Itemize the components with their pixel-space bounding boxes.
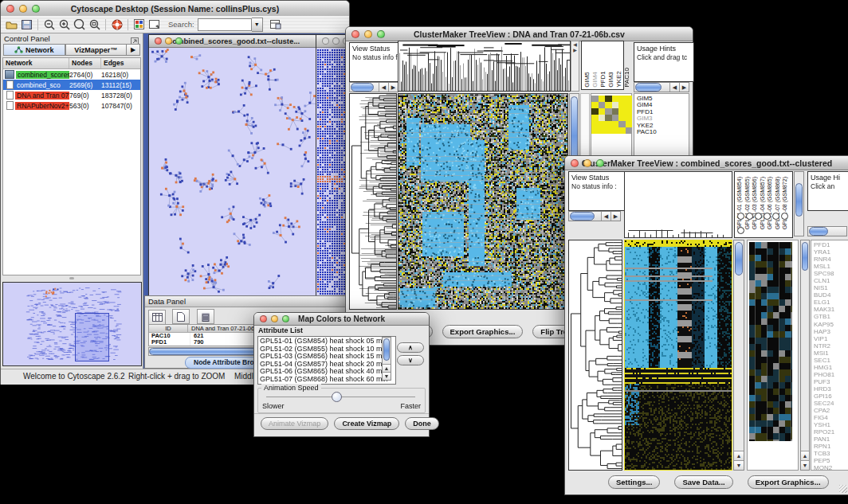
gene-label[interactable]: YSH1 bbox=[814, 421, 834, 428]
gene-label[interactable]: RPN1 bbox=[814, 443, 834, 450]
tv2-column-dendrogram[interactable] bbox=[624, 171, 732, 238]
zoom-window-icon[interactable] bbox=[596, 159, 604, 167]
zoom-window-icon[interactable] bbox=[282, 315, 289, 322]
column-label[interactable]: PFD1 bbox=[600, 68, 607, 88]
move-down-button[interactable]: ∨ bbox=[397, 355, 424, 365]
close-icon[interactable] bbox=[351, 30, 359, 38]
column-marker-icon[interactable] bbox=[746, 213, 753, 220]
zoom-fit-icon[interactable] bbox=[88, 18, 101, 31]
window-controls[interactable] bbox=[351, 30, 385, 38]
gene-label[interactable]: HRD3 bbox=[814, 385, 834, 393]
tv2-hints-scrollbar[interactable] bbox=[807, 226, 847, 236]
scroll-up-icon[interactable]: ▲ bbox=[383, 364, 391, 372]
list-item[interactable]: GPL51-07 (GSM868) heat shock 60 min bbox=[260, 376, 394, 384]
minimize-icon[interactable] bbox=[19, 5, 27, 13]
tv2-heatmap-vscrollbar[interactable]: ▲ ▼ bbox=[733, 240, 744, 471]
select-attributes-icon[interactable] bbox=[148, 310, 166, 325]
minimize-icon[interactable] bbox=[165, 37, 172, 45]
scroll-thumb[interactable] bbox=[802, 242, 808, 271]
gene-label[interactable]: GPI16 bbox=[814, 393, 834, 400]
gene-label[interactable]: VIP1 bbox=[814, 335, 834, 342]
gene-label[interactable]: NTR2 bbox=[814, 342, 834, 350]
scroll-left-icon[interactable]: ◀ bbox=[601, 212, 610, 221]
gene-label[interactable]: PEP5 bbox=[814, 457, 834, 464]
gene-label[interactable]: HAP3 bbox=[814, 328, 834, 335]
tv2-labels-vscrollbar[interactable] bbox=[794, 171, 804, 236]
scroll-right-icon[interactable]: ▶ bbox=[679, 83, 689, 92]
dialog-titlebar[interactable]: Map Colors to Network bbox=[254, 313, 429, 326]
help-lifebuoy-icon[interactable] bbox=[110, 18, 124, 31]
open-file-icon[interactable] bbox=[5, 18, 18, 31]
table-row[interactable]: combined_sco 2569(6) 13112(15) bbox=[3, 80, 140, 90]
gene-label[interactable]: PAN1 bbox=[814, 436, 834, 443]
column-label[interactable]: YKE2 bbox=[616, 68, 622, 88]
gene-label[interactable]: MSI1 bbox=[814, 350, 834, 357]
tv2-row-dendrogram[interactable] bbox=[568, 240, 622, 471]
minimize-icon[interactable] bbox=[332, 37, 340, 45]
resize-grip[interactable] bbox=[839, 485, 847, 493]
gene-label[interactable]: FIG4 bbox=[814, 414, 834, 421]
delete-attribute-icon[interactable] bbox=[197, 309, 214, 324]
column-label[interactable]: GIM3 bbox=[608, 68, 614, 88]
column-label[interactable]: GIM5 bbox=[584, 68, 591, 88]
network-table-header[interactable]: Network Nodes Edges bbox=[3, 58, 140, 69]
scroll-down-icon[interactable]: ▼ bbox=[383, 372, 391, 380]
dialog-button[interactable]: Done bbox=[405, 417, 439, 430]
zoom-out-icon[interactable] bbox=[42, 18, 56, 31]
scroll-right-icon[interactable]: ▶ bbox=[388, 83, 398, 92]
minimize-icon[interactable] bbox=[364, 30, 372, 38]
tv2-zoom-vscrollbar[interactable]: ▲ ▼ bbox=[800, 240, 810, 471]
close-icon[interactable] bbox=[571, 159, 579, 167]
column-marker-icon[interactable] bbox=[737, 213, 744, 220]
scroll-thumb[interactable] bbox=[383, 338, 390, 361]
gene-label[interactable]: HMG1 bbox=[814, 364, 834, 371]
scroll-up-icon[interactable]: ▲ bbox=[801, 451, 809, 460]
gene-label[interactable]: YRA1 bbox=[814, 248, 834, 256]
column-label[interactable]: PAC10 bbox=[624, 68, 630, 88]
similarity-matrix[interactable] bbox=[591, 96, 632, 134]
table-row[interactable]: DNA and Tran 07 769(0) 183728(0) bbox=[3, 90, 140, 100]
column-marker-icon[interactable] bbox=[764, 213, 771, 220]
gene-label[interactable]: BUD4 bbox=[814, 291, 834, 299]
scroll-thumb[interactable] bbox=[635, 83, 662, 92]
tv1-corner-scroll[interactable]: ◀▶ bbox=[571, 41, 579, 92]
tv1-titlebar[interactable]: ClusterMaker TreeView : DNA and Tran 07-… bbox=[346, 27, 693, 41]
dialog-button[interactable]: Create Vizmap bbox=[334, 417, 399, 430]
gene-label[interactable]: NIS1 bbox=[814, 284, 834, 291]
gene-label[interactable]: SEC24 bbox=[814, 400, 834, 407]
column-marker-icon[interactable] bbox=[755, 213, 762, 220]
gene-label[interactable]: RNR4 bbox=[814, 256, 834, 263]
treeview-button[interactable]: Save Data... bbox=[674, 475, 732, 489]
scroll-down-icon[interactable]: ▼ bbox=[734, 460, 744, 470]
tabs-overflow-icon[interactable]: ▶ bbox=[127, 44, 140, 56]
scroll-thumb[interactable] bbox=[735, 242, 743, 275]
gene-label[interactable]: RPO21 bbox=[814, 428, 834, 436]
save-icon[interactable] bbox=[20, 18, 33, 31]
annotation-icon[interactable] bbox=[147, 18, 161, 31]
import-table-icon[interactable] bbox=[269, 18, 283, 31]
zoom-window-icon[interactable] bbox=[32, 5, 40, 13]
scroll-down-icon[interactable]: ▼ bbox=[801, 460, 809, 470]
scroll-left-icon[interactable]: ◀ bbox=[379, 83, 388, 92]
network-view-2-titlebar[interactable] bbox=[316, 35, 349, 48]
tv2-titlebar[interactable]: ClusterMaker TreeView : combined_scores_… bbox=[565, 156, 848, 170]
zoom-selected-icon[interactable] bbox=[73, 18, 86, 31]
scroll-up-icon[interactable]: ▲ bbox=[734, 451, 744, 460]
network-view-titlebar[interactable]: combined_scores_good.txt--cluste... bbox=[149, 35, 319, 48]
scroll-thumb[interactable] bbox=[795, 183, 803, 217]
tv1-hints-scrollbar[interactable]: ◀▶ bbox=[634, 82, 689, 92]
tv2-zoom-heatmap[interactable] bbox=[749, 242, 792, 441]
dense-network-canvas[interactable] bbox=[316, 48, 347, 296]
scroll-thumb[interactable] bbox=[570, 212, 595, 221]
dialog-button[interactable]: Animate Vizmap bbox=[261, 417, 328, 430]
minimize-icon[interactable] bbox=[271, 315, 278, 322]
tv1-heatmap[interactable] bbox=[398, 93, 568, 310]
main-titlebar[interactable]: Cytoscape Desktop (Session Name: collins… bbox=[1, 1, 349, 17]
close-icon[interactable] bbox=[322, 37, 329, 45]
gene-label[interactable]: GTB1 bbox=[814, 313, 834, 320]
gene-label[interactable]: PHO81 bbox=[814, 371, 834, 378]
scroll-left-icon[interactable]: ◀ bbox=[669, 83, 679, 92]
search-dropdown-icon[interactable]: ▼ bbox=[252, 18, 263, 32]
attribute-list-scrollbar[interactable]: ▲ ▼ bbox=[382, 337, 391, 381]
gene-label[interactable]: SPC98 bbox=[814, 270, 834, 277]
